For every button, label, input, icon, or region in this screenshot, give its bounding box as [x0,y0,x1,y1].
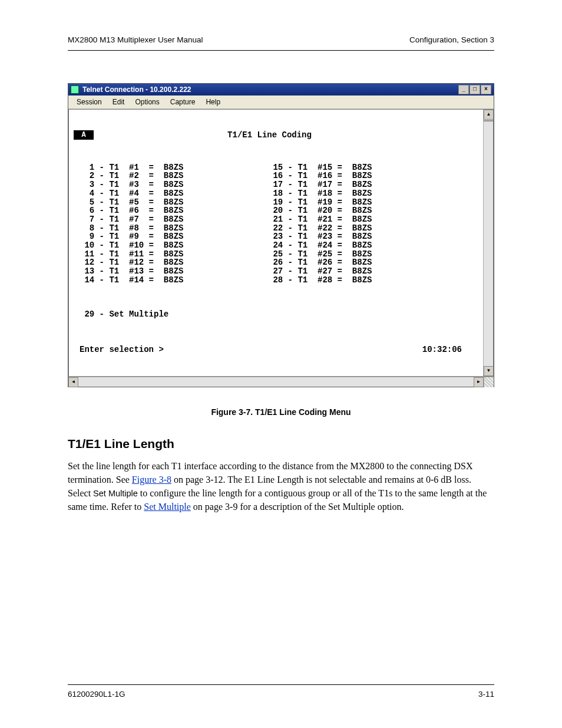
terminal-indicator: A [74,130,94,140]
running-head: MX2800 M13 Multiplexer User Manual Confi… [68,35,494,51]
menu-help[interactable]: Help [201,97,225,107]
titlebar: Telnet Connection - 10.200.2.222 _ □ × [68,84,494,95]
menu-edit[interactable]: Edit [108,97,130,107]
app-icon [71,85,79,94]
close-button[interactable]: × [481,85,491,94]
window-title: Telnet Connection - 10.200.2.222 [82,85,191,94]
footer: 61200290L1-1G 3-11 [68,684,494,699]
section-heading: T1/E1 Line Length [68,437,494,451]
scroll-thumb[interactable] [484,120,493,121]
body-paragraph: Set the line length for each T1 interfac… [68,459,494,514]
running-head-right: Configuration, Section 3 [409,35,494,44]
figure-caption: Figure 3-7. T1/E1 Line Coding Menu [68,407,494,417]
horizontal-scrollbar[interactable]: ◄ ► [68,377,494,387]
running-head-left: MX2800 M13 Multiplexer User Manual [68,35,203,44]
terminal-column-right: 15 - T1 #15 = B8ZS 16 - T1 #16 = B8ZS 17… [262,163,372,285]
link-figure-3-8[interactable]: Figure 3-8 [132,475,171,485]
terminal-option-29: 29 - Set Multiple [74,310,478,319]
scroll-left-icon[interactable]: ◄ [68,377,78,387]
footer-right: 3-11 [478,690,494,699]
minimize-button[interactable]: _ [458,85,469,94]
terminal-prompt: Enter selection > [80,345,164,354]
terminal-title: T1/E1 Line Coding [96,131,478,140]
link-set-multiple[interactable]: Set Multiple [144,502,191,512]
scroll-down-icon[interactable]: ▼ [484,366,494,376]
menu-options[interactable]: Options [130,97,164,107]
telnet-window: Telnet Connection - 10.200.2.222 _ □ × S… [68,83,494,387]
footer-left: 61200290L1-1G [68,690,125,699]
scroll-up-icon[interactable]: ▲ [484,110,494,120]
terminal-column-left: 1 - T1 #1 = B8ZS 2 - T1 #2 = B8ZS 3 - T1… [74,163,262,285]
menu-session[interactable]: Session [72,97,107,107]
menu-capture[interactable]: Capture [166,97,200,107]
scroll-right-icon[interactable]: ► [474,377,484,387]
terminal-clock: 10:32:06 [422,345,462,354]
vertical-scrollbar[interactable]: ▲ ▼ [483,110,493,376]
menubar: Session Edit Options Capture Help [68,95,494,109]
maximize-button[interactable]: □ [470,85,480,94]
terminal[interactable]: A T1/E1 Line Coding 1 - T1 #1 = B8ZS 2 -… [69,110,483,376]
resize-grip-icon[interactable] [484,377,494,387]
ui-term-set-multiple: Set Multiple [93,489,138,498]
window-controls: _ □ × [458,85,491,94]
